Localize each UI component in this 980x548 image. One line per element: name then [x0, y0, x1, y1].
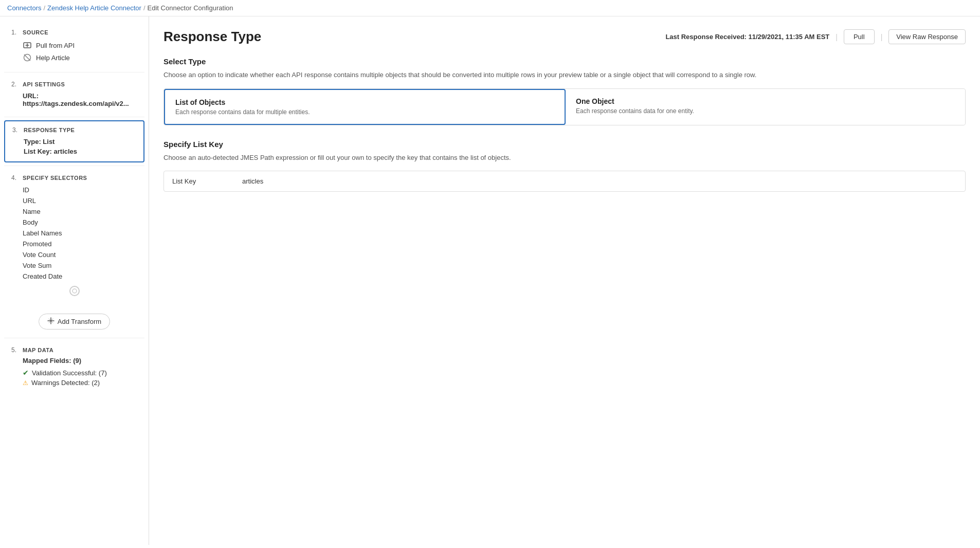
step5-title: MAP DATA: [23, 347, 53, 353]
type-option-single-title: One Object: [576, 97, 955, 105]
warnings-text: Warnings Detected: (2): [31, 379, 100, 387]
type-options: List of Objects Each response contains d…: [164, 88, 966, 125]
check-icon: ✔: [23, 369, 29, 377]
page-title: Response Type: [164, 29, 261, 45]
scroll-indicator: [11, 282, 137, 300]
step3-title: RESPONSE TYPE: [24, 127, 75, 133]
step4-title: SPECIFY SELECTORS: [23, 175, 87, 181]
selector-name: Name: [23, 206, 137, 217]
header-right: Last Response Received: 11/29/2021, 11:3…: [665, 29, 966, 44]
main-content: Response Type Last Response Received: 11…: [149, 16, 980, 545]
type-option-list-desc: Each response contains data for multiple…: [175, 108, 554, 116]
sidebar-pull-api: Pull from API: [23, 39, 137, 51]
selector-vote-sum: Vote Sum: [23, 260, 137, 271]
breadcrumb: Connectors / Zendesk Help Article Connec…: [0, 0, 980, 16]
step1-title: SOURCE: [23, 29, 48, 35]
add-transform-wrapper: Add Transform: [0, 309, 149, 334]
breadcrumb-connector-name[interactable]: Zendesk Help Article Connector: [47, 4, 141, 12]
selector-id: ID: [23, 185, 137, 195]
pull-api-label: Pull from API: [36, 42, 75, 49]
view-raw-button[interactable]: View Raw Response: [888, 29, 966, 44]
api-url-detail: URL: https://tags.zendesk.com/api/v2...: [23, 91, 137, 108]
list-key-value-sidebar: articles: [54, 148, 78, 155]
step1-header: 1. SOURCE: [11, 29, 137, 36]
step1-content: Pull from API Help Article: [23, 39, 137, 64]
specify-list-key-description: Choose an auto-detected JMES Path expres…: [164, 153, 966, 163]
help-article-icon: [23, 53, 32, 62]
step3-number: 3.: [12, 126, 21, 134]
breadcrumb-sep-1: /: [43, 4, 45, 12]
breadcrumb-sep-2: /: [143, 4, 146, 12]
pull-api-icon: [23, 41, 32, 50]
add-transform-button[interactable]: Add Transform: [39, 314, 110, 330]
api-url-value: https://tags.zendesk.com/api/v2...: [23, 100, 129, 107]
select-type-title: Select Type: [164, 57, 966, 66]
step5-header: 5. MAP DATA: [11, 346, 137, 354]
type-option-list-title: List of Objects: [175, 98, 554, 106]
validation-success-row: ✔ Validation Successful: (7): [23, 368, 137, 378]
scroll-dot-icon: [69, 286, 80, 296]
header-sep-2: |: [881, 33, 883, 41]
list-key-field-label: List Key: [172, 177, 234, 185]
sidebar: 1. SOURCE Pull from API: [0, 16, 149, 545]
step3-header: 3. RESPONSE TYPE: [12, 126, 136, 134]
mapped-fields-label: Mapped Fields: (9): [23, 357, 137, 364]
divider-2: [4, 117, 144, 117]
validation-success-text: Validation Successful: (7): [32, 369, 107, 377]
help-article-label: Help Article: [36, 54, 70, 62]
last-response-label: Last Response Received: 11/29/2021, 11:3…: [665, 33, 829, 41]
svg-point-3: [72, 289, 77, 293]
divider-1: [4, 72, 144, 72]
warning-icon: ⚠: [23, 379, 28, 387]
list-key-input[interactable]: [242, 177, 957, 185]
sidebar-step-4: 4. SPECIFY SELECTORS ID URL Name Body La…: [4, 169, 144, 305]
warnings-row: ⚠ Warnings Detected: (2): [23, 378, 137, 388]
step4-header: 4. SPECIFY SELECTORS: [11, 174, 137, 181]
selector-created-date: Created Date: [23, 271, 137, 282]
step2-number: 2.: [11, 81, 20, 88]
step1-number: 1.: [11, 29, 20, 36]
selector-label-names: Label Names: [23, 228, 137, 239]
selector-url: URL: [23, 195, 137, 206]
type-option-single-desc: Each response contains data for one enti…: [576, 107, 955, 115]
sidebar-step-1: 1. SOURCE Pull from API: [4, 24, 144, 69]
main-layout: 1. SOURCE Pull from API: [0, 16, 980, 545]
step4-content: ID URL Name Body Label Names Promoted Vo…: [23, 185, 137, 282]
specify-list-key-section: Specify List Key Choose an auto-detected…: [164, 140, 966, 192]
step2-header: 2. API SETTINGS: [11, 81, 137, 88]
divider-3: [4, 166, 144, 166]
type-option-list[interactable]: List of Objects Each response contains d…: [164, 89, 566, 125]
step4-number: 4.: [11, 174, 20, 181]
type-value: List: [43, 138, 55, 145]
pull-button[interactable]: Pull: [844, 29, 875, 44]
api-url-label: URL:: [23, 92, 39, 100]
last-response-value: 11/29/2021, 11:35 AM EST: [749, 33, 830, 41]
add-transform-label: Add Transform: [58, 318, 101, 325]
sidebar-help-article: Help Article: [23, 51, 137, 64]
step2-content: URL: https://tags.zendesk.com/api/v2...: [23, 91, 137, 108]
breadcrumb-current: Edit Connector Configuration: [148, 4, 233, 12]
list-key-detail: List Key: articles: [24, 147, 136, 156]
step2-title: API SETTINGS: [23, 81, 65, 87]
breadcrumb-connectors[interactable]: Connectors: [7, 4, 41, 12]
list-key-row: List Key: [164, 171, 965, 191]
list-key-label-sidebar: List Key:: [24, 148, 54, 155]
main-header: Response Type Last Response Received: 11…: [164, 29, 966, 45]
add-transform-icon: [47, 317, 55, 326]
list-key-table: List Key: [164, 171, 966, 192]
selector-promoted: Promoted: [23, 239, 137, 249]
type-label: Type:: [24, 138, 43, 145]
select-type-section: Select Type Choose an option to indicate…: [164, 57, 966, 125]
response-type-detail: Type: List: [24, 137, 136, 147]
divider-4: [4, 338, 144, 338]
selector-body: Body: [23, 217, 137, 228]
sidebar-step-3: 3. RESPONSE TYPE Type: List List Key: ar…: [4, 120, 144, 162]
specify-list-key-title: Specify List Key: [164, 140, 966, 149]
step5-content: Mapped Fields: (9) ✔ Validation Successf…: [23, 357, 137, 388]
sidebar-step-5: 5. MAP DATA Mapped Fields: (9) ✔ Validat…: [4, 341, 144, 393]
step5-number: 5.: [11, 346, 20, 354]
type-option-single[interactable]: One Object Each response contains data f…: [566, 89, 965, 125]
selector-vote-count: Vote Count: [23, 249, 137, 260]
header-sep-1: |: [836, 33, 838, 41]
sidebar-step-2: 2. API SETTINGS URL: https://tags.zendes…: [4, 76, 144, 114]
